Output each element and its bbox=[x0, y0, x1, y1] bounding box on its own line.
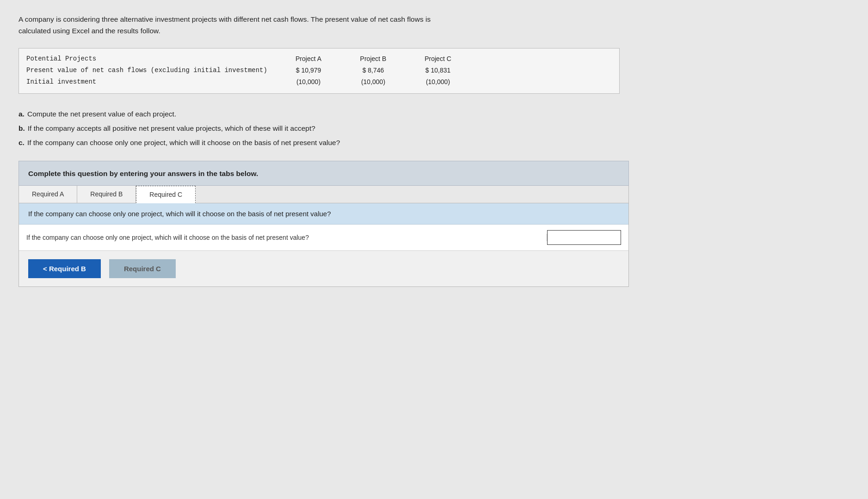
data-table: Potential Projects Present value of net … bbox=[18, 48, 620, 94]
question-b: b. If the company accepts all positive n… bbox=[18, 121, 620, 135]
table-row-investment: Initial investment bbox=[26, 76, 276, 88]
question-c: c. If the company can choose only one pr… bbox=[18, 135, 620, 150]
project-c-col: Project C $ 10,831 (10,000) bbox=[406, 53, 470, 88]
table-row-pv: Present value of net cash flows (excludi… bbox=[26, 65, 276, 76]
tab-required-b[interactable]: Required B bbox=[77, 186, 136, 203]
project-a-col: Project A $ 10,979 (10,000) bbox=[276, 53, 341, 88]
prev-required-b-button[interactable]: < Required B bbox=[28, 259, 101, 278]
buttons-row: < Required B Required C bbox=[19, 251, 628, 286]
table-labels: Potential Projects Present value of net … bbox=[26, 53, 276, 88]
table-row-header: Potential Projects bbox=[26, 53, 276, 65]
answer-input[interactable] bbox=[547, 230, 621, 245]
tab-blue-content: If the company can choose only one proje… bbox=[19, 203, 628, 225]
table-data-columns: Project A $ 10,979 (10,000) Project B $ … bbox=[276, 53, 470, 88]
intro-paragraph: A company is considering three alternati… bbox=[18, 14, 620, 37]
question-a: a. Compute the net present value of each… bbox=[18, 107, 620, 121]
tab-required-c[interactable]: Required C bbox=[136, 186, 196, 203]
tab-required-a[interactable]: Required A bbox=[19, 186, 77, 203]
tabs-row: Required A Required B Required C bbox=[19, 186, 628, 203]
complete-box: Complete this question by entering your … bbox=[18, 161, 629, 186]
tabs-area: Required A Required B Required C If the … bbox=[18, 186, 629, 287]
tab-white-content: If the company can choose only one proje… bbox=[19, 225, 628, 251]
questions-section: a. Compute the net present value of each… bbox=[18, 107, 620, 150]
next-required-c-button[interactable]: Required C bbox=[109, 259, 176, 278]
project-b-col: Project B $ 8,746 (10,000) bbox=[341, 53, 406, 88]
